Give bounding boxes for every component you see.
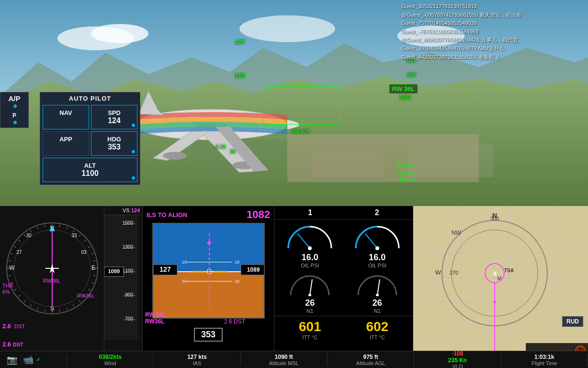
engine-panel: 1 2 16.0 OIL PSI [274,206,413,368]
vlo-label: VLO [417,364,498,368]
oil-psi-section: 16.0 OIL PSI 16.0 OIL PSI [274,220,413,270]
vs-header: VS 124 [104,206,142,215]
svg-text:10: 10 [235,279,239,284]
ap-p-dot [13,121,17,124]
hud-2k: 2k [230,149,236,154]
chat-overlay: Guest_30532117763239751919 @Guest_-00576… [401,2,583,61]
svg-text:270: 270 [450,270,458,276]
n1-1-label: N1 [279,308,341,314]
attitude-indicator: 10 10 10 10 127 1089 [152,223,265,319]
chat-msg-7: Guest_44209273672631858159 准备起飞 [401,53,583,62]
ias-status: 127 kts IAS [154,354,240,366]
engine-header: 1 2 [274,206,413,220]
wind-label: Wind [69,360,151,366]
hud-rw36l-right: RW-36L [396,163,416,169]
alt-agl-label: Altitude AGL [330,360,411,366]
hud-alt-1092: 1092 [399,93,411,101]
alt-dot [132,176,135,180]
autopilot-panel: AUTO PILOT NAV SPD 124 APP HDG 353 ALT 1… [40,92,140,185]
nav-button[interactable]: NAV [43,105,89,129]
svg-line-117 [377,279,380,295]
svg-point-114 [375,246,379,250]
spd-button[interactable]: SPD 124 [91,105,137,129]
oil2-label: OIL PSI [346,263,408,268]
rw36l-label2: RW36L [145,318,166,325]
heading-box: 353 [194,328,223,342]
vlo-value: -108 235 Kn [417,350,498,364]
svg-text:NW: NW [452,230,462,236]
camera-icon[interactable]: 📷 [4,355,20,365]
svg-text:THR: THR [2,283,13,288]
wind-status: 038/2kts Wind [67,354,154,366]
rud-button[interactable]: RUD [562,316,583,327]
n1-2-gauge: 26 N1 [346,272,408,314]
camera-controls: 📷 📹 ✓ [0,355,67,365]
ap-side-panel[interactable]: A/P P [0,92,29,128]
chat-msg-6: Guest_30184384254987624879 NAV是什么 [401,45,583,53]
ap-side-dot [13,104,17,108]
svg-text:27: 27 [16,250,22,255]
ap-title: AUTO PILOT [43,95,137,102]
check-mark: ✓ [36,357,40,362]
hdg-dot [132,150,135,153]
n1-2-label: N1 [346,308,408,314]
svg-text:10: 10 [235,260,239,264]
compass-svg: N E S W 33 30 03 27 RW36L THR 6% 2.6 [0,206,104,350]
svg-text:1100: 1100 [123,268,134,274]
itt2-label: ITT °C [346,334,408,340]
chat-msg-1: Guest_30532117763239751919 [401,2,583,11]
rw36l-label1: RW 36L [145,311,166,318]
ias-label: IAS [156,360,237,366]
ias-value: 127 kts [156,354,237,360]
svg-point-137 [493,300,496,303]
chat-msg-3: Guest_75770140545052549039 [401,19,583,28]
flight-time-value: 1:03:1k [504,354,585,360]
svg-line-115 [310,279,312,295]
alt-msl-status: 1090 ft Altitude MSL [241,354,328,366]
itt1-gauge: 601 ITT °C [279,319,341,340]
alt-msl-value: 1090 ft [243,354,325,360]
ap-label: A/P [2,94,26,103]
svg-text:1300: 1300 [123,244,134,250]
chat-msg-5: @Guest_889630776588115942& 没事儿，我代管。 [401,36,583,45]
video-icon[interactable]: 📹 [20,355,36,365]
svg-text:10: 10 [182,279,187,284]
svg-text:2.6: 2.6 [2,322,11,330]
flight-time-label: Flight Time [504,360,585,366]
vsi-panel: VS 124 1500 1300 1100 1089 900 700 -1036 [104,206,143,368]
hud-speed-127: 127 [235,38,245,46]
vlo-status: -108 235 Kn VLO [414,350,501,368]
hud-alt-900: 900 [407,72,416,78]
eng1-label: 1 [308,208,312,217]
hdg-button[interactable]: HDG 353 [91,131,137,156]
dst-pfd-label: 2.6 DST [224,318,245,325]
svg-text:W: W [435,269,441,276]
oil1-svg [283,222,336,251]
ils-align-text: ILS TO ALIGN [147,211,187,218]
alt-button[interactable]: ALT 1100 [43,158,137,182]
svg-text:W: W [9,264,15,271]
app-button[interactable]: APP [43,131,89,156]
chat-msg-2: @Guest_-005769742793661550 重庆进近，还没有 [401,11,583,20]
alt-agl-status: 975 ft Altitude AGL [328,354,414,366]
n1-1-value: 26 [279,298,341,308]
svg-point-116 [308,294,311,296]
svg-text:1089: 1089 [247,266,260,273]
svg-text:E: E [91,264,95,271]
svg-point-112 [308,246,312,250]
svg-text:10: 10 [182,260,187,264]
oil1-gauge: 16.0 OIL PSI [279,222,341,268]
svg-text:900: 900 [125,292,133,298]
itt1-label: ITT °C [279,334,341,340]
ils-strip: ILS TO ALIGN 1082 [143,206,274,223]
svg-text:RW36L: RW36L [43,278,60,284]
itt1-value: 601 [279,319,341,334]
ap-grid: NAV SPD 124 APP HDG 353 ALT 1100 [43,105,137,182]
rw-labels: RW 36L RW36L [145,311,166,325]
n1-1-svg [288,272,331,296]
alt-agl-value: 975 ft [330,354,411,360]
hud-extra1: NW RY [400,177,416,183]
map-panel: N NW W 270 300 M ✈ TSA RUD 飞行者联盟 China P… [413,206,588,368]
svg-text:127: 127 [159,265,171,273]
hsi-panel: N E S W 33 30 03 27 RW36L THR 6% 2.6 [0,206,104,368]
